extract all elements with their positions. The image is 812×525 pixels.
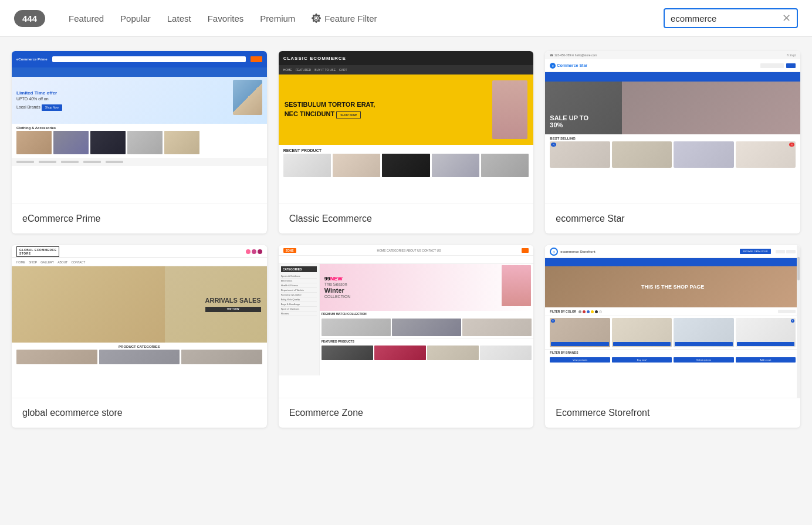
clear-search-icon[interactable]: ✕ [782, 13, 791, 23]
classic-mock-hero-text: SESTIBULUM TORTOR ERAT,NEC TINCIDUNT SHO… [285, 101, 487, 118]
zone-bottom-1 [322, 346, 373, 360]
theme-card-global-ecommerce[interactable]: GLOBAL ECOMMERCESTORE HOME SHOP GALLERY … [12, 245, 267, 428]
global-cat-3 [181, 350, 262, 364]
tab-featured[interactable]: Featured [62, 10, 111, 27]
filter-tabs: Featured Popular Latest Favorites Premiu… [62, 10, 647, 27]
zone-bottom-2 [374, 346, 426, 360]
global-mock-logo: GLOBAL ECOMMERCESTORE [16, 246, 59, 257]
star-mock-cart [786, 63, 796, 68]
classic-nav-1: HOME [283, 68, 292, 72]
prime-mock-nav [12, 67, 267, 77]
storefront-scrollbar[interactable] [797, 245, 800, 398]
storefront-mock-cta: BROWSE CATALOGUE [740, 249, 771, 254]
star-mock-logo-text: Commerce Star [557, 63, 587, 67]
zone-mock-sidebar: CATEGORIES Sports & Outdoors Electronics… [279, 264, 320, 375]
tab-premium[interactable]: Premium [253, 10, 302, 27]
star-mock-social: f t in yt [787, 53, 796, 57]
theme-preview-classic: CLASSIC ECOMMERCE HOME FEATURED BUY IT T… [279, 51, 534, 204]
classic-mock-hero: SESTIBULUM TORTOR ERAT,NEC TINCIDUNT SHO… [279, 74, 534, 145]
brand-btn-1: View products [550, 357, 610, 363]
zone-mock-hero-sub: This Season [324, 282, 351, 287]
zone-mock-winter: Winter [324, 287, 351, 294]
zone-promo-1 [322, 319, 391, 336]
theme-card-classic-ecommerce[interactable]: CLASSIC ECOMMERCE HOME FEATURED BUY IT T… [279, 51, 534, 233]
zone-mock-layout: CATEGORIES Sports & Outdoors Electronics… [279, 264, 534, 375]
search-box: ✕ [664, 8, 798, 28]
zone-sidebar-9: Phones [281, 311, 317, 316]
sp-btn-1 [551, 342, 608, 346]
theme-name-ecommerce-storefront: Ecommerce Storefront [545, 398, 800, 428]
star-mock-best-selling: BEST SELLING [545, 134, 800, 141]
mockup-zone: ZONE HOME CATEGORIES ABOUT US CONTACT US… [279, 245, 534, 398]
global-mock-nav: HOME SHOP GALLERY ABOUT CONTACT [12, 258, 267, 266]
storefront-mock-color-dots [578, 310, 776, 313]
prime-mock-footer-link-4 [83, 161, 101, 163]
theme-preview-zone: ZONE HOME CATEGORIES ABOUT US CONTACT US… [279, 245, 534, 398]
global-cat-1 [16, 350, 97, 364]
prime-mock-logo: eCommerce Prime [16, 57, 48, 61]
zone-sidebar-3: Health & Fitness [281, 283, 317, 288]
classic-product-3 [382, 154, 429, 177]
theme-card-ecommerce-star[interactable]: ☎ 123-456-789 ✉ hello@store.com f t in y… [545, 51, 800, 233]
theme-card-ecommerce-storefront[interactable]: ◎ ecommerce Storefront BROWSE CATALOGUE … [545, 245, 800, 428]
prime-mock-product-4 [127, 131, 163, 154]
global-avatar-1 [246, 249, 251, 254]
sp-badge-1: N [551, 319, 554, 323]
tab-popular[interactable]: Popular [113, 10, 158, 27]
zone-mock-header: ZONE HOME CATEGORIES ABOUT US CONTACT US [279, 245, 534, 256]
global-mock-header: GLOBAL ECOMMERCESTORE [12, 245, 267, 258]
storefront-mock-brand-buttons: View products Buy now! Select options Ad… [545, 355, 800, 364]
global-cat-2 [99, 350, 180, 364]
theme-card-ecommerce-prime[interactable]: eCommerce Prime Limited Time offerUPTO 4… [12, 51, 267, 233]
theme-name-classic-ecommerce: Classic Ecommerce [279, 204, 534, 233]
classic-nav-3: BUY IT TO USE [314, 68, 336, 72]
theme-count-badge: 444 [14, 10, 45, 27]
prime-mock-btn [251, 56, 262, 62]
storefront-product-1: N [550, 318, 610, 347]
global-mock-cat-items [12, 350, 267, 367]
storefront-mock-filter-title: FILTER BY COLOR [550, 310, 576, 313]
prime-mock-product-1 [16, 131, 52, 154]
gear-icon [312, 13, 321, 23]
star-product-4: S [736, 141, 796, 168]
zone-bottom-4 [480, 346, 532, 360]
classic-product-5 [481, 154, 529, 177]
global-nav-5: CONTACT [71, 260, 85, 264]
storefront-scroll-thumb [797, 257, 800, 280]
storefront-sort [778, 310, 796, 313]
search-input[interactable] [671, 13, 782, 23]
brand-btn-2: Buy now! [612, 357, 672, 363]
global-mock-hero: ARRIVALS SALES VISIT NOW [12, 266, 267, 343]
tab-latest[interactable]: Latest [160, 10, 198, 27]
zone-mock-main: 99NEW This Season Winter COLLECTION PREM… [320, 264, 534, 375]
sp-btn-3 [675, 342, 732, 346]
storefront-mock-products: N N [545, 316, 800, 349]
tab-favorites[interactable]: Favorites [201, 10, 251, 27]
classic-mock-products [279, 154, 534, 177]
zone-mock-logo: ZONE [283, 248, 296, 253]
global-mock-categories: PRODUCT CATEGORIES [12, 343, 267, 350]
classic-product-1 [283, 154, 331, 177]
prime-mock-footer-link-3 [61, 161, 79, 163]
prime-mock-search [52, 56, 246, 62]
prime-mock-hero-content: Limited Time offerUPTO 40% off onLocal B… [16, 90, 62, 111]
zone-mock-cart [522, 248, 529, 253]
dot-grey [578, 310, 581, 313]
storefront-mock-filter: FILTER BY COLOR [545, 307, 800, 316]
global-mock-hero-btn: VISIT NOW [205, 307, 261, 312]
feature-filter-button[interactable]: Feature Filter [304, 10, 384, 27]
feature-filter-label: Feature Filter [324, 13, 377, 23]
sp-btn-4 [737, 342, 794, 346]
classic-mock-recent: RECENT PRODUCT [279, 145, 534, 154]
storefront-mock-hero-text: THIS IS THE SHOP PAGE [641, 284, 704, 290]
prime-mock-product-2 [53, 131, 89, 154]
mockup-classic: CLASSIC ECOMMERCE HOME FEATURED BUY IT T… [279, 51, 534, 204]
star-product-3 [674, 141, 733, 168]
theme-card-ecommerce-zone[interactable]: ZONE HOME CATEGORIES ABOUT US CONTACT US… [279, 245, 534, 428]
prime-mock-footer [12, 158, 267, 166]
prime-mock-products [12, 131, 267, 157]
theme-name-ecommerce-zone: Ecommerce Zone [279, 398, 534, 428]
classic-mock-nav: HOME FEATURED BUY IT TO USE CART [279, 65, 534, 74]
storefront-product-3 [674, 318, 733, 347]
mockup-global: GLOBAL ECOMMERCESTORE HOME SHOP GALLERY … [12, 245, 267, 398]
